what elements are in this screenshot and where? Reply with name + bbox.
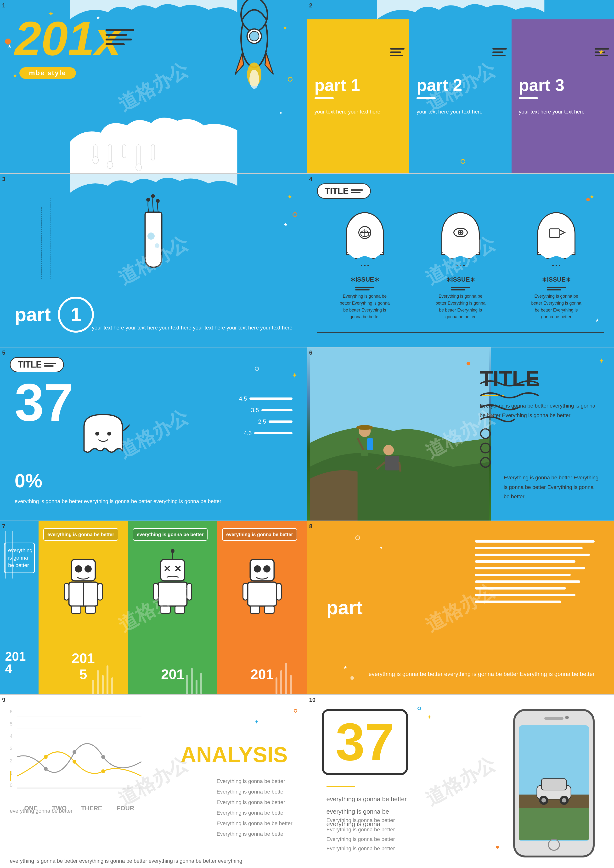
circle-orange-1 (5, 39, 11, 45)
year-o-text: 201 (250, 666, 274, 682)
main-number: 201x (15, 15, 121, 62)
svg-rect-47 (71, 606, 81, 613)
part-num-area: part 1 (15, 297, 94, 332)
eye-icon (451, 224, 470, 243)
percent-5: 0% (15, 470, 42, 492)
s10-circle2 (496, 846, 499, 849)
svg-rect-9 (137, 144, 140, 166)
line-8-8 (475, 587, 566, 590)
issue-label-1: ∗ISSUE∗ (350, 276, 380, 283)
wavy-deco-p2 (492, 48, 507, 56)
bt10-3: Everything is gonna be better (327, 834, 395, 844)
v-line-2 (9, 531, 9, 579)
tl-1: Everything is gonna be better (217, 776, 293, 787)
part-3-divider (519, 97, 538, 99)
star-deco3: ✦ (12, 72, 18, 80)
slide-10: 10 37 everything is gonna be better ever… (307, 694, 614, 868)
issue-2: ∗ISSUE∗ Everything is gonna be better Ev… (434, 212, 487, 320)
tl-6: Everything is gonna be better (217, 829, 293, 839)
tl-2: Everything is gonna be better (217, 787, 293, 797)
big-number-5: 37 (15, 376, 73, 429)
bar-label-2: 3.5 (251, 407, 259, 413)
svg-rect-10 (151, 144, 155, 160)
part-1-divider (315, 97, 334, 99)
robot-green (151, 540, 194, 617)
chart-area-9: 6 5 4 3 2 1 0 (10, 709, 144, 812)
svg-marker-27 (560, 230, 565, 235)
issue-desc-3: Everything is gonna be better Everything… (530, 293, 583, 320)
st10-1: everything is gonna be better (327, 793, 407, 805)
cloud-top-2 (307, 0, 614, 19)
svg-rect-84 (519, 806, 589, 840)
screen-content (519, 725, 589, 841)
cloud-bottom (0, 113, 307, 173)
line-8-3 (475, 554, 590, 556)
svg-point-63 (263, 565, 270, 573)
bar-3 (268, 421, 293, 423)
sep-line-10 (327, 786, 355, 787)
circle-yellow-1 (288, 77, 293, 82)
svg-point-60 (171, 549, 175, 553)
left-label-text: everything is gonna be better (8, 547, 31, 569)
issue-label-3: ∗ISSUE∗ (542, 276, 571, 283)
bar-2 (261, 409, 293, 411)
egbb-text: everything gonna be better (10, 808, 73, 814)
slide-number-3: 3 (2, 176, 5, 182)
svg-rect-49 (161, 559, 185, 581)
s10-star1: ✦ (427, 714, 432, 720)
wave-svg (17, 709, 141, 800)
robot-yellow (62, 550, 105, 617)
slide-number-6: 6 (309, 349, 312, 356)
y4: 4 (10, 733, 12, 739)
slide-7: 7 everything is gonna be better 201 4 (0, 521, 307, 694)
issue-lines-1 (355, 287, 374, 290)
col-orange-7: everything is gonna be better 201 (217, 521, 307, 694)
s4-star1: ✦ (589, 193, 595, 201)
issue-label-2: ∗ISSUE∗ (446, 276, 475, 283)
part-2-divider (417, 97, 436, 99)
vert-lines-g (186, 646, 202, 694)
ice-visual (127, 193, 180, 284)
ghost-2 (442, 212, 480, 255)
svg-rect-54 (158, 582, 187, 606)
svg-point-17 (156, 199, 160, 203)
issue-3: ∗ISSUE∗ Everything is gonna be better Ev… (530, 212, 583, 320)
ticker-9: everything is gonna be better everything… (0, 854, 307, 868)
number-box-10: 37 (322, 709, 408, 775)
svg-point-5 (250, 70, 259, 89)
brain-icon (355, 224, 374, 243)
svg-point-18 (147, 233, 155, 240)
parts-container: part 1 your text here your text here par… (307, 0, 614, 173)
slide-number-9: 9 (2, 697, 5, 703)
svg-point-19 (155, 243, 160, 248)
issue-lines-3 (547, 287, 566, 290)
orange-label: everything is gonna be better (222, 528, 297, 541)
issue-lines-2 (451, 287, 470, 290)
s8-star2: ★ (343, 665, 347, 670)
phone-top (544, 717, 563, 720)
y3: 3 (10, 745, 12, 751)
bottom-left-text-9: everything gonna be better (10, 807, 73, 815)
wavy-decoration (105, 29, 134, 45)
svg-point-76 (44, 755, 48, 759)
phone-camera (565, 716, 569, 719)
s8-circle2 (350, 676, 354, 680)
s3-star2: ★ (284, 222, 288, 227)
hikers-svg (307, 348, 491, 520)
ghost-waves-3 (552, 265, 560, 266)
part-1-label: part 1 (315, 77, 402, 94)
ghost-1 (346, 212, 384, 255)
year-g-text: 201 (161, 666, 185, 682)
part-2-text: your text here your text here (417, 107, 504, 116)
svg-rect-68 (265, 606, 274, 613)
svg-point-12 (107, 161, 113, 169)
mbe-badge: mbe style (19, 67, 76, 79)
desc-text-2-6: Everything is gonna be better Everything… (504, 473, 599, 502)
y0: 0 (10, 783, 12, 788)
squiggly-shapes (476, 376, 548, 472)
line-8-9 (475, 594, 575, 596)
bt10-1: Everything is gonna be better (327, 815, 395, 825)
part-1-section: part 1 your text here your text here (307, 19, 409, 173)
bar-row-2: 3.5 (251, 407, 292, 413)
tl-5: Everything is gonna be be better (217, 818, 293, 829)
